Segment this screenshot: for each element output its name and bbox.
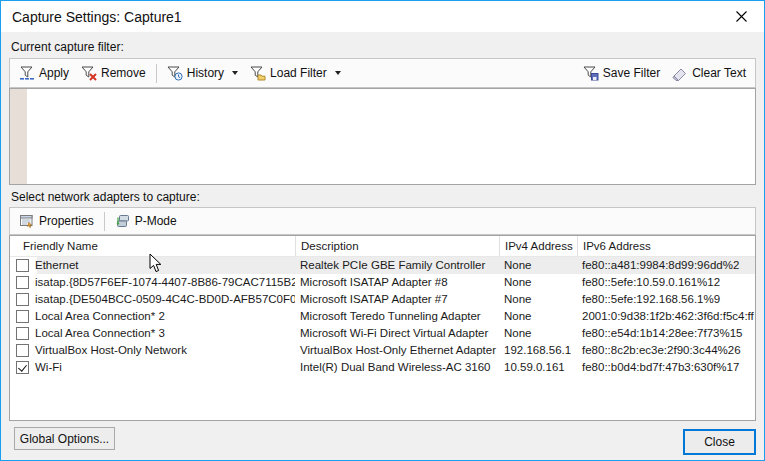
adapter-name: VirtualBox Host-Only Network [35,342,187,359]
adapter-checkbox[interactable] [16,259,29,272]
adapter-ipv4: 192.168.56.1 [499,342,577,359]
history-dropdown-icon [232,71,238,75]
editor-gutter [10,89,27,184]
adapter-name: Ethernet [35,257,78,274]
adapter-description: Intel(R) Dual Band Wireless-AC 3160 [295,359,499,376]
adapter-ipv4: None [499,308,577,325]
capture-settings-dialog: Capture Settings: Capture1 Current captu… [0,0,765,461]
column-header-ipv6[interactable]: IPv6 Address [577,236,755,256]
pmode-label: P-Mode [135,214,177,228]
window-title: Capture Settings: Capture1 [1,9,182,25]
save-filter-button[interactable]: Save Filter [577,62,666,84]
remove-filter-button[interactable]: Remove [75,62,152,84]
capture-filter-editor[interactable] [9,88,756,185]
adapter-name: isatap.{8D57F6EF-1074-4407-8B86-79CAC711… [35,274,295,291]
adapter-name: Local Area Connection* 3 [35,325,165,342]
filter-apply-icon [19,65,35,81]
adapter-description: Microsoft Teredo Tunneling Adapter [295,308,499,325]
column-header-friendly-name[interactable]: Friendly Name [10,236,295,256]
history-label: History [187,66,224,80]
adapter-row[interactable]: isatap.{8D57F6EF-1074-4407-8B86-79CAC711… [10,274,755,291]
filter-toolbar-right: Save Filter Clear Text [577,62,752,84]
adapters-toolbar: Properties P-Mode [9,207,756,235]
adapter-row[interactable]: Ethernet Realtek PCIe GBE Family Control… [10,257,755,274]
adapter-ipv4: None [499,274,577,291]
save-filter-label: Save Filter [603,66,660,80]
adapter-row[interactable]: Wi-Fi Intel(R) Dual Band Wireless-AC 316… [10,359,755,376]
adapter-description: VirtualBox Host-Only Ethernet Adapter [295,342,499,359]
adapter-name: Local Area Connection* 2 [35,308,165,325]
adapter-name: isatap.{DE504BCC-0509-4C4C-BD0D-AFB57C0F… [35,291,295,308]
clear-text-button[interactable]: Clear Text [666,62,752,84]
pmode-icon [115,213,131,229]
adapter-ipv4: None [499,257,577,274]
adapter-checkbox[interactable] [16,310,29,323]
adapter-ipv4: None [499,291,577,308]
adapter-ipv6: fe80::b0d4:bd7f:47b3:630f%17 [577,359,755,376]
load-filter-dropdown-icon [335,71,341,75]
close-icon [736,11,747,22]
adapter-checkbox[interactable] [16,327,29,340]
adapter-ipv6: fe80::8c2b:ec3e:2f90:3c44%26 [577,342,755,359]
filter-history-icon [167,65,183,81]
global-options-label: Global Options... [20,432,109,446]
adapter-ipv6: fe80::5efe:192.168.56.1%9 [577,291,755,308]
load-filter-label: Load Filter [270,66,327,80]
adapter-ipv6: fe80::5efe:10.59.0.161%12 [577,274,755,291]
eraser-icon [672,65,688,81]
load-filter-button[interactable]: Load Filter [244,62,347,84]
adapters-section-label: Select network adapters to capture: [11,190,200,204]
adapter-description: Realtek PCIe GBE Family Controller [295,257,499,274]
global-options-button[interactable]: Global Options... [14,427,115,450]
adapter-ipv6: 2001:0:9d38:1f2b:462:3f6d:f5c4:ff [577,308,755,325]
apply-filter-label: Apply [39,66,69,80]
properties-label: Properties [39,214,94,228]
close-button-label: Close [704,435,735,449]
adapter-checkbox[interactable] [16,293,29,306]
filter-remove-icon [81,65,97,81]
adapter-name: Wi-Fi [35,359,62,376]
column-header-ipv4[interactable]: IPv4 Address [499,236,577,256]
titlebar: Capture Settings: Capture1 [1,1,764,32]
adapter-ipv6: fe80::a481:9984:8d99:96dd%2 [577,257,755,274]
adapter-table: Friendly Name Description IPv4 Address I… [9,235,756,421]
adapter-ipv4: None [499,325,577,342]
adapter-checkbox[interactable] [16,276,29,289]
adapter-description: Microsoft ISATAP Adapter #7 [295,291,499,308]
apply-filter-button[interactable]: Apply [13,62,75,84]
history-button[interactable]: History [161,62,244,84]
window-close-button[interactable] [719,1,764,32]
remove-filter-label: Remove [101,66,146,80]
toolbar-separator [156,64,157,83]
clear-text-label: Clear Text [692,66,746,80]
pmode-button[interactable]: P-Mode [109,210,183,232]
adapter-row[interactable]: VirtualBox Host-Only Network VirtualBox … [10,342,755,359]
filter-save-icon [583,65,599,81]
adapter-checkbox[interactable] [16,344,29,357]
adapter-ipv6: fe80::e54d:1b14:28ee:7f73%15 [577,325,755,342]
adapter-ipv4: 10.59.0.161 [499,359,577,376]
adapter-row[interactable]: isatap.{DE504BCC-0509-4C4C-BD0D-AFB57C0F… [10,291,755,308]
properties-icon [19,213,35,229]
filter-toolbar: Apply Remove History Load Filter [9,58,756,88]
adapter-row[interactable]: Local Area Connection* 3 Microsoft Wi-Fi… [10,325,755,342]
adapter-description: Microsoft Wi-Fi Direct Virtual Adapter [295,325,499,342]
filter-section-label: Current capture filter: [11,40,124,54]
adapter-row[interactable]: Local Area Connection* 2 Microsoft Tered… [10,308,755,325]
filter-load-icon [250,65,266,81]
adapter-checkbox[interactable] [16,361,29,374]
adapter-table-body: Ethernet Realtek PCIe GBE Family Control… [10,257,755,376]
toolbar-separator [104,212,105,231]
adapter-description: Microsoft ISATAP Adapter #8 [295,274,499,291]
column-header-description[interactable]: Description [295,236,499,256]
close-button[interactable]: Close [683,429,756,455]
properties-button[interactable]: Properties [13,210,100,232]
adapter-table-header: Friendly Name Description IPv4 Address I… [10,236,755,257]
